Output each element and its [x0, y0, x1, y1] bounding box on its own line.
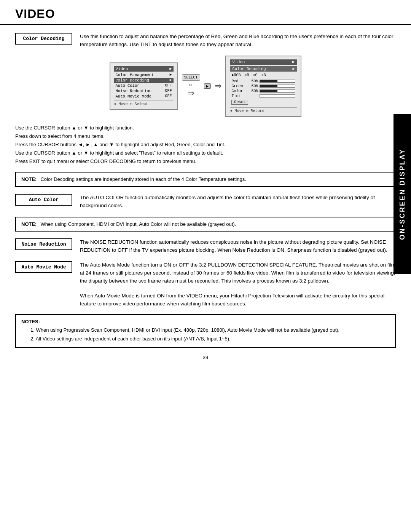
radio-r: ○R: [244, 73, 249, 77]
osd2-subtitle: Color Decoding ►: [230, 66, 297, 72]
osd1-item-noise-reduction: Noise Reduction OFF: [114, 88, 174, 94]
osd2-nav: ♦ Move ⊞ Return: [230, 107, 297, 113]
note2-text: When using Component, HDMI or DVI input,…: [40, 220, 236, 228]
notes-item-2-text: 2. All Video settings are independent of…: [30, 336, 231, 342]
instruction-line-4: Use the CURSOR button ▲ or ▼ to highligh…: [15, 149, 396, 157]
auto-movie-desc-2: When Auto Movie Mode is turned ON from t…: [80, 292, 396, 308]
slider-tint: Tint: [230, 94, 297, 99]
diagram-arrow-1: SELECT or ⇒: [182, 74, 200, 98]
noise-reduction-label: Noise Reduction: [15, 238, 72, 250]
auto-movie-desc-1: The Auto Movie Mode function turns ON or…: [80, 261, 396, 285]
instruction-line-2: Press down to select from 4 menu items.: [15, 132, 396, 141]
radio-g: ○G: [253, 73, 257, 77]
color-decoding-desc: Use this function to adjust and balance …: [80, 33, 396, 49]
osd1-item-color-decoding: Color Decoding ►: [114, 78, 174, 83]
note2-label: NOTE:: [21, 220, 37, 228]
slider-color: Color 50%: [230, 89, 297, 94]
auto-color-label: Auto Color: [15, 194, 72, 206]
instructions-block: Use the CURSOR button ▲ or ▼ to highligh…: [15, 124, 396, 166]
notes-item-2: 2. All Video settings are independent of…: [21, 335, 390, 343]
instruction-line-5: Press EXIT to quit menu or select COLOR …: [15, 157, 396, 166]
radio-b: ○B: [261, 73, 266, 77]
instruction-line-1: Use the CURSOR button ▲ or ▼ to highligh…: [15, 124, 396, 132]
osd1-item-color-management: Color Management ►: [114, 72, 174, 78]
instruction-line-3: Press the CURSOR buttons ◄, ►, ▲ and ▼ t…: [15, 141, 396, 149]
note1-label: NOTE:: [21, 176, 37, 183]
auto-movie-mode-label: Auto Movie Mode: [15, 261, 72, 273]
noise-reduction-desc: The NOISE REDUCTION function automatical…: [80, 238, 396, 254]
osd-diagram-area: Video ► Color Management ► Color Decodin…: [15, 56, 396, 117]
osd2-title-row: Video ►: [230, 59, 297, 65]
slider-red: Red 50%: [230, 79, 297, 84]
auto-movie-mode-section: Auto Movie Mode The Auto Movie Mode func…: [15, 261, 396, 285]
diagram-arrow-2: ⇒: [215, 81, 221, 91]
small-arrow-block: ►: [204, 83, 211, 89]
osd2-reset-btn: Reset: [230, 99, 297, 106]
notes-block: NOTES: 1. When using Progressive Scan Co…: [15, 314, 396, 348]
arrow-right-2: ⇒: [215, 81, 221, 91]
osd1-item-auto-color: Auto Color OFF: [114, 83, 174, 88]
select-button-diagram: SELECT: [182, 74, 200, 81]
color-decoding-section: Color Decoding Use this function to adju…: [15, 33, 396, 49]
or-text: or: [189, 82, 193, 87]
osd1-nav: ♦ Move ⊞ Select: [114, 101, 174, 106]
osd2-radio-row: ●RGB ○R ○G ○B: [230, 73, 297, 77]
auto-color-desc: The AUTO COLOR function automatically mo…: [80, 194, 396, 210]
page-title: VIDEO: [0, 0, 411, 25]
osd1-item-auto-movie-mode: Auto Movie Mode OFF: [114, 94, 174, 99]
osd1-title: Video ►: [114, 66, 174, 72]
note-box-1: NOTE: Color Decoding settings are indepe…: [15, 172, 396, 187]
notes-item-1-text: 1. When using Progressive Scan Component…: [30, 327, 339, 333]
small-arrow-icon: ►: [204, 83, 211, 89]
notes-list: 1. When using Progressive Scan Component…: [21, 326, 390, 343]
osd-screen-1: Video ► Color Management ► Color Decodin…: [110, 62, 178, 110]
arrow-right-1: ⇒: [188, 88, 194, 98]
auto-color-section: Auto Color The AUTO COLOR function autom…: [15, 194, 396, 210]
auto-movie-mode-descs: The Auto Movie Mode function turns ON or…: [80, 261, 396, 285]
slider-green: Green 50%: [230, 84, 297, 89]
side-label: ON-SCREEN DISPLAY: [393, 114, 411, 274]
color-decoding-label: Color Decoding: [15, 33, 72, 45]
osd-screen-2: Video ► Color Decoding ► ●RGB ○R ○G ○B R…: [225, 56, 301, 117]
page-number: 39: [15, 355, 396, 360]
noise-reduction-section: Noise Reduction The NOISE REDUCTION func…: [15, 238, 396, 254]
note1-text: Color Decoding settings are independentl…: [40, 176, 246, 183]
notes-block-label: NOTES:: [21, 319, 40, 324]
notes-item-1: 1. When using Progressive Scan Component…: [21, 326, 390, 334]
note-box-2: NOTE: When using Component, HDMI or DVI …: [15, 217, 396, 232]
radio-rgb: ●RGB: [231, 73, 241, 77]
